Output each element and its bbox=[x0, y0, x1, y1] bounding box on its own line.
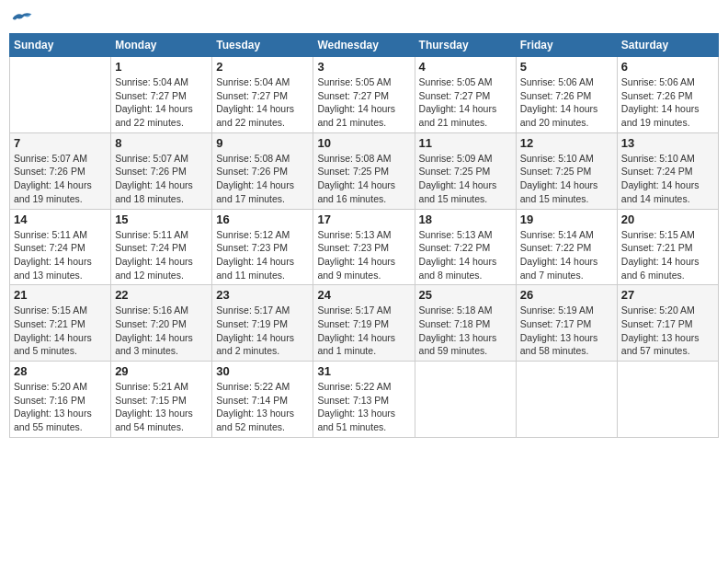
day-info: Sunrise: 5:10 AMSunset: 7:24 PMDaylight:… bbox=[621, 152, 714, 206]
calendar-header-tuesday: Tuesday bbox=[212, 34, 313, 57]
day-number: 27 bbox=[621, 288, 714, 302]
calendar-cell: 17Sunrise: 5:13 AMSunset: 7:23 PMDayligh… bbox=[313, 209, 415, 285]
calendar-cell: 24Sunrise: 5:17 AMSunset: 7:19 PMDayligh… bbox=[313, 285, 415, 362]
day-info: Sunrise: 5:14 AMSunset: 7:22 PMDaylight:… bbox=[520, 228, 613, 282]
day-info: Sunrise: 5:08 AMSunset: 7:25 PMDaylight:… bbox=[317, 152, 410, 206]
calendar-cell: 4Sunrise: 5:05 AMSunset: 7:27 PMDaylight… bbox=[415, 57, 516, 133]
day-info: Sunrise: 5:15 AMSunset: 7:21 PMDaylight:… bbox=[14, 304, 107, 358]
calendar-cell bbox=[516, 362, 617, 438]
day-info: Sunrise: 5:09 AMSunset: 7:25 PMDaylight:… bbox=[419, 152, 512, 206]
logo-bird-icon bbox=[11, 9, 33, 28]
calendar-cell: 28Sunrise: 5:20 AMSunset: 7:16 PMDayligh… bbox=[10, 362, 111, 438]
day-info: Sunrise: 5:17 AMSunset: 7:19 PMDaylight:… bbox=[216, 304, 309, 358]
day-number: 9 bbox=[216, 136, 309, 150]
calendar-cell: 5Sunrise: 5:06 AMSunset: 7:26 PMDaylight… bbox=[516, 57, 617, 133]
day-number: 1 bbox=[115, 60, 208, 74]
day-number: 7 bbox=[14, 136, 107, 150]
calendar-cell: 25Sunrise: 5:18 AMSunset: 7:18 PMDayligh… bbox=[415, 285, 516, 362]
calendar-cell: 16Sunrise: 5:12 AMSunset: 7:23 PMDayligh… bbox=[212, 209, 313, 285]
calendar-cell: 9Sunrise: 5:08 AMSunset: 7:26 PMDaylight… bbox=[212, 132, 313, 209]
day-number: 5 bbox=[520, 60, 613, 74]
calendar-cell: 2Sunrise: 5:04 AMSunset: 7:27 PMDaylight… bbox=[212, 57, 313, 133]
calendar-table: SundayMondayTuesdayWednesdayThursdayFrid… bbox=[9, 33, 719, 438]
day-info: Sunrise: 5:13 AMSunset: 7:23 PMDaylight:… bbox=[317, 228, 410, 282]
calendar-header-wednesday: Wednesday bbox=[313, 34, 415, 57]
calendar-cell: 13Sunrise: 5:10 AMSunset: 7:24 PMDayligh… bbox=[617, 132, 718, 209]
calendar-cell: 6Sunrise: 5:06 AMSunset: 7:26 PMDaylight… bbox=[617, 57, 718, 133]
day-info: Sunrise: 5:18 AMSunset: 7:18 PMDaylight:… bbox=[419, 304, 512, 358]
day-number: 10 bbox=[317, 136, 410, 150]
day-number: 20 bbox=[621, 213, 714, 226]
day-number: 30 bbox=[216, 364, 309, 378]
day-info: Sunrise: 5:11 AMSunset: 7:24 PMDaylight:… bbox=[115, 228, 208, 282]
day-number: 23 bbox=[216, 288, 309, 302]
day-number: 25 bbox=[419, 288, 512, 302]
day-number: 15 bbox=[115, 213, 208, 226]
calendar-header-friday: Friday bbox=[516, 34, 617, 57]
calendar-cell bbox=[617, 362, 718, 438]
day-number: 31 bbox=[317, 364, 410, 378]
day-number: 6 bbox=[621, 60, 714, 74]
day-number: 14 bbox=[14, 213, 107, 226]
calendar-cell: 11Sunrise: 5:09 AMSunset: 7:25 PMDayligh… bbox=[415, 132, 516, 209]
calendar-cell bbox=[415, 362, 516, 438]
day-number: 4 bbox=[419, 60, 512, 74]
calendar-cell: 30Sunrise: 5:22 AMSunset: 7:14 PMDayligh… bbox=[212, 362, 313, 438]
day-number: 19 bbox=[520, 213, 613, 226]
calendar-cell: 20Sunrise: 5:15 AMSunset: 7:21 PMDayligh… bbox=[617, 209, 718, 285]
day-info: Sunrise: 5:05 AMSunset: 7:27 PMDaylight:… bbox=[419, 75, 512, 130]
day-info: Sunrise: 5:21 AMSunset: 7:15 PMDaylight:… bbox=[115, 380, 208, 434]
day-info: Sunrise: 5:07 AMSunset: 7:26 PMDaylight:… bbox=[115, 152, 208, 206]
calendar-week-row: 7Sunrise: 5:07 AMSunset: 7:26 PMDaylight… bbox=[10, 132, 719, 209]
day-number: 29 bbox=[115, 364, 208, 378]
calendar-cell: 21Sunrise: 5:15 AMSunset: 7:21 PMDayligh… bbox=[10, 285, 111, 362]
day-number: 16 bbox=[216, 213, 309, 226]
day-number: 13 bbox=[621, 136, 714, 150]
calendar-cell: 15Sunrise: 5:11 AMSunset: 7:24 PMDayligh… bbox=[111, 209, 212, 285]
day-info: Sunrise: 5:15 AMSunset: 7:21 PMDaylight:… bbox=[621, 228, 714, 282]
calendar-header-sunday: Sunday bbox=[10, 34, 111, 57]
calendar-cell: 12Sunrise: 5:10 AMSunset: 7:25 PMDayligh… bbox=[516, 132, 617, 209]
calendar-cell: 14Sunrise: 5:11 AMSunset: 7:24 PMDayligh… bbox=[10, 209, 111, 285]
day-info: Sunrise: 5:13 AMSunset: 7:22 PMDaylight:… bbox=[419, 228, 512, 282]
calendar-week-row: 14Sunrise: 5:11 AMSunset: 7:24 PMDayligh… bbox=[10, 209, 719, 285]
calendar-week-row: 1Sunrise: 5:04 AMSunset: 7:27 PMDaylight… bbox=[10, 57, 719, 133]
day-info: Sunrise: 5:20 AMSunset: 7:17 PMDaylight:… bbox=[621, 304, 714, 358]
day-info: Sunrise: 5:17 AMSunset: 7:19 PMDaylight:… bbox=[317, 304, 410, 358]
day-info: Sunrise: 5:11 AMSunset: 7:24 PMDaylight:… bbox=[14, 228, 107, 282]
day-number: 12 bbox=[520, 136, 613, 150]
calendar-week-row: 28Sunrise: 5:20 AMSunset: 7:16 PMDayligh… bbox=[10, 362, 719, 438]
day-info: Sunrise: 5:19 AMSunset: 7:17 PMDaylight:… bbox=[520, 304, 613, 358]
day-info: Sunrise: 5:05 AMSunset: 7:27 PMDaylight:… bbox=[317, 75, 410, 130]
day-number: 21 bbox=[14, 288, 107, 302]
day-number: 11 bbox=[419, 136, 512, 150]
calendar-header-monday: Monday bbox=[111, 34, 212, 57]
day-info: Sunrise: 5:22 AMSunset: 7:13 PMDaylight:… bbox=[317, 380, 410, 434]
calendar-header-saturday: Saturday bbox=[617, 34, 718, 57]
calendar-cell: 31Sunrise: 5:22 AMSunset: 7:13 PMDayligh… bbox=[313, 362, 415, 438]
day-number: 8 bbox=[115, 136, 208, 150]
calendar-cell: 23Sunrise: 5:17 AMSunset: 7:19 PMDayligh… bbox=[212, 285, 313, 362]
day-number: 18 bbox=[419, 213, 512, 226]
calendar-cell bbox=[10, 57, 111, 133]
calendar-cell: 22Sunrise: 5:16 AMSunset: 7:20 PMDayligh… bbox=[111, 285, 212, 362]
day-info: Sunrise: 5:16 AMSunset: 7:20 PMDaylight:… bbox=[115, 304, 208, 358]
day-info: Sunrise: 5:20 AMSunset: 7:16 PMDaylight:… bbox=[14, 380, 107, 434]
calendar-cell: 19Sunrise: 5:14 AMSunset: 7:22 PMDayligh… bbox=[516, 209, 617, 285]
day-number: 26 bbox=[520, 288, 613, 302]
calendar-cell: 18Sunrise: 5:13 AMSunset: 7:22 PMDayligh… bbox=[415, 209, 516, 285]
day-number: 3 bbox=[317, 60, 410, 74]
calendar-cell: 1Sunrise: 5:04 AMSunset: 7:27 PMDaylight… bbox=[111, 57, 212, 133]
day-number: 17 bbox=[317, 213, 410, 226]
calendar-cell: 7Sunrise: 5:07 AMSunset: 7:26 PMDaylight… bbox=[10, 132, 111, 209]
day-info: Sunrise: 5:06 AMSunset: 7:26 PMDaylight:… bbox=[520, 75, 613, 130]
day-info: Sunrise: 5:22 AMSunset: 7:14 PMDaylight:… bbox=[216, 380, 309, 434]
calendar-cell: 10Sunrise: 5:08 AMSunset: 7:25 PMDayligh… bbox=[313, 132, 415, 209]
day-info: Sunrise: 5:04 AMSunset: 7:27 PMDaylight:… bbox=[216, 75, 309, 130]
calendar-cell: 27Sunrise: 5:20 AMSunset: 7:17 PMDayligh… bbox=[617, 285, 718, 362]
day-info: Sunrise: 5:07 AMSunset: 7:26 PMDaylight:… bbox=[14, 152, 107, 206]
day-info: Sunrise: 5:12 AMSunset: 7:23 PMDaylight:… bbox=[216, 228, 309, 282]
calendar-header-thursday: Thursday bbox=[415, 34, 516, 57]
calendar-cell: 26Sunrise: 5:19 AMSunset: 7:17 PMDayligh… bbox=[516, 285, 617, 362]
day-info: Sunrise: 5:04 AMSunset: 7:27 PMDaylight:… bbox=[115, 75, 208, 130]
